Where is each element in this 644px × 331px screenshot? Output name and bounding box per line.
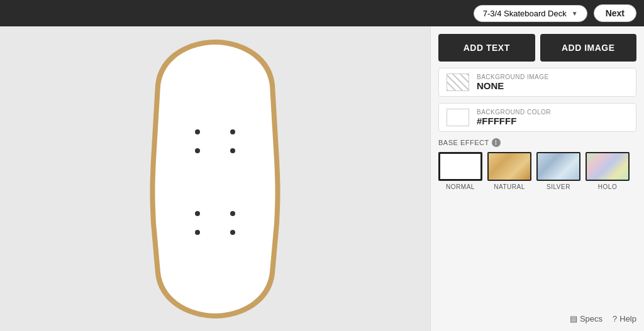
svg-point-5: [230, 211, 235, 216]
effect-silver-label: SILVER: [547, 183, 570, 190]
base-effect-label: BASE EFFECT i: [438, 138, 636, 147]
help-link[interactable]: ? Help: [613, 314, 636, 323]
top-bar: 7-3/4 Skateboard Deck ▼ Next: [0, 0, 644, 26]
svg-point-2: [195, 148, 200, 153]
skateboard-deck-svg: [146, 35, 284, 323]
background-image-icon: [447, 73, 469, 91]
effect-natural[interactable]: NATURAL: [487, 152, 531, 190]
help-label: Help: [619, 314, 636, 323]
effect-natural-swatch: [487, 152, 531, 181]
base-effect-info-icon[interactable]: i: [492, 138, 501, 147]
chevron-down-icon: ▼: [572, 10, 578, 17]
effect-natural-label: NATURAL: [494, 183, 525, 190]
effect-normal-label: NORMAL: [446, 183, 475, 190]
background-color-text: BACKGROUND COLOR #FFFFFF: [477, 109, 551, 126]
background-image-value: NONE: [477, 80, 549, 91]
effect-holo-label: HOLO: [598, 183, 617, 190]
next-button[interactable]: Next: [594, 4, 636, 22]
background-image-label: BACKGROUND IMAGE: [477, 73, 549, 80]
add-text-button[interactable]: ADD TEXT: [438, 34, 535, 62]
canvas-area: [0, 26, 430, 331]
background-color-swatch: [447, 109, 469, 126]
background-image-panel[interactable]: BACKGROUND IMAGE NONE: [438, 68, 636, 97]
background-color-label: BACKGROUND COLOR: [477, 109, 551, 116]
action-buttons-row: ADD TEXT ADD IMAGE: [438, 34, 636, 62]
right-panel: ADD TEXT ADD IMAGE BACKGROUND IMAGE NONE…: [430, 26, 644, 331]
background-image-text: BACKGROUND IMAGE NONE: [477, 73, 549, 91]
effect-silver-swatch: [536, 152, 580, 181]
svg-point-4: [195, 211, 200, 216]
footer-links: ▤ Specs ? Help: [438, 314, 636, 323]
specs-link[interactable]: ▤ Specs: [570, 314, 602, 323]
background-color-panel[interactable]: BACKGROUND COLOR #FFFFFF: [438, 103, 636, 132]
main-area: ADD TEXT ADD IMAGE BACKGROUND IMAGE NONE…: [0, 26, 644, 331]
effect-holo-swatch: [586, 152, 630, 181]
svg-point-1: [230, 129, 235, 134]
effect-normal[interactable]: NORMAL: [438, 152, 482, 190]
svg-point-3: [230, 148, 235, 153]
effect-holo[interactable]: HOLO: [586, 152, 630, 190]
svg-point-7: [230, 230, 235, 235]
base-effect-section: BASE EFFECT i NORMAL NATURAL SILVER: [438, 138, 636, 190]
svg-point-6: [195, 230, 200, 235]
specs-label: Specs: [580, 314, 602, 323]
skateboard-container: [146, 26, 284, 331]
specs-icon: ▤: [570, 314, 577, 323]
effects-row: NORMAL NATURAL SILVER HOLO: [438, 152, 636, 190]
svg-point-0: [195, 129, 200, 134]
product-label: 7-3/4 Skateboard Deck: [483, 9, 567, 18]
background-color-value: #FFFFFF: [477, 116, 551, 126]
help-icon: ?: [613, 314, 617, 323]
effect-silver[interactable]: SILVER: [536, 152, 580, 190]
add-image-button[interactable]: ADD IMAGE: [540, 34, 637, 62]
product-selector[interactable]: 7-3/4 Skateboard Deck ▼: [474, 5, 587, 22]
effect-normal-swatch: [438, 152, 482, 181]
